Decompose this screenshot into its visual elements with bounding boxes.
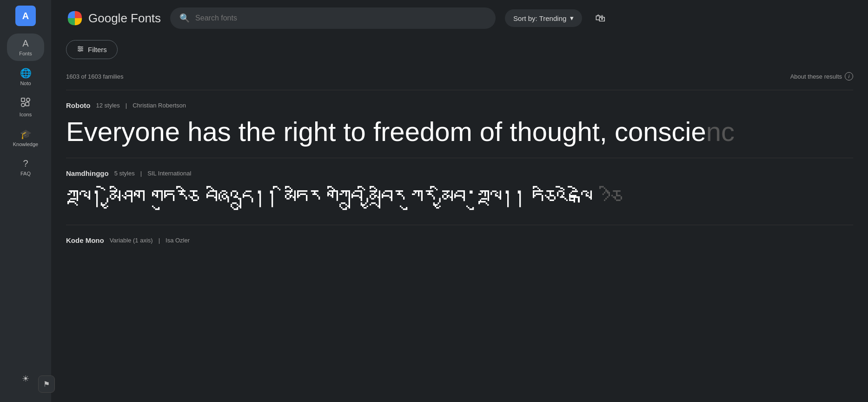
font-styles-roboto: 12 styles [96, 102, 119, 109]
font-name-roboto: Roboto [66, 101, 90, 109]
logo-area[interactable]: Google Fonts [66, 9, 161, 27]
font-author-namdhinggo: SIL International [147, 170, 191, 177]
sidebar-item-knowledge[interactable]: 🎓 Knowledge [7, 124, 44, 152]
font-meta-namdhinggo: Namdhinggo 5 styles | SIL International [66, 169, 853, 177]
filters-bar: Filters [51, 36, 868, 67]
cart-button[interactable]: 🛍 [591, 8, 609, 28]
results-count: 1603 of 1603 families [66, 73, 124, 80]
sidebar-item-icons[interactable]: Icons [7, 93, 44, 122]
feedback-icon: ⚑ [43, 380, 50, 388]
theme-toggle-button[interactable]: ☀ [15, 368, 36, 389]
filters-icon [77, 45, 84, 54]
svg-rect-0 [21, 98, 25, 101]
avatar[interactable]: A [15, 6, 36, 26]
filters-label: Filters [88, 46, 107, 54]
font-author-kode-mono: Isa Ozler [166, 237, 190, 244]
svg-point-8 [81, 48, 82, 49]
font-author-roboto: Christian Robertson [133, 102, 186, 109]
logo-text: Google Fonts [88, 11, 161, 26]
sidebar: A A Fonts 🌐 Noto Icons 🎓 Knowledge ? FAQ… [0, 0, 51, 402]
svg-rect-3 [26, 102, 29, 106]
sidebar-item-noto[interactable]: 🌐 Noto [7, 63, 44, 91]
font-divider-roboto: | [126, 102, 127, 109]
svg-point-7 [79, 46, 80, 47]
info-icon: i [845, 72, 853, 80]
icons-icon [20, 97, 31, 110]
sidebar-bottom: ☀ [15, 368, 36, 396]
sidebar-label-noto: Noto [20, 80, 31, 86]
sidebar-label-knowledge: Knowledge [13, 141, 38, 147]
font-name-kode-mono: Kode Mono [66, 236, 104, 244]
font-name-namdhinggo: Namdhinggo [66, 169, 109, 177]
font-card-namdhinggo[interactable]: Namdhinggo 5 styles | SIL International … [66, 158, 853, 225]
about-results-text: About these results [790, 73, 842, 80]
results-header: 1603 of 1603 families About these result… [66, 67, 853, 90]
font-preview-roboto: Everyone has the right to freedom of tho… [66, 117, 853, 147]
font-preview-namdhinggo: ཀལྔ། མྱེཤིག གཏུརཅི བཞིའདྲུ།། མིཏིར གཀིབྲ… [66, 185, 853, 214]
filters-button[interactable]: Filters [66, 40, 118, 59]
sort-label: Sort by: Trending [513, 14, 566, 22]
sidebar-label-fonts: Fonts [19, 51, 32, 56]
search-bar: 🔍 [170, 7, 496, 29]
font-meta-kode-mono: Kode Mono Variable (1 axis) | Isa Ozler [66, 236, 853, 244]
font-divider-kode-mono: | [159, 237, 160, 244]
about-results-button[interactable]: About these results i [790, 72, 853, 80]
sort-dropdown-button[interactable]: Sort by: Trending ▾ [505, 9, 582, 27]
knowledge-icon: 🎓 [20, 128, 32, 140]
font-card-kode-mono[interactable]: Kode Mono Variable (1 axis) | Isa Ozler [66, 225, 853, 263]
font-meta-roboto: Roboto 12 styles | Christian Robertson [66, 101, 853, 109]
faq-icon: ? [23, 158, 28, 169]
font-divider-namdhinggo: | [140, 170, 142, 177]
google-fonts-logo-icon [66, 9, 84, 27]
svg-point-2 [21, 103, 25, 107]
font-styles-kode-mono: Variable (1 axis) [110, 237, 153, 244]
svg-point-1 [27, 98, 30, 101]
header: Google Fonts 🔍 Sort by: Trending ▾ 🛍 [51, 0, 868, 36]
sidebar-item-faq[interactable]: ? FAQ [7, 154, 44, 181]
theme-icon: ☀ [22, 374, 29, 384]
feedback-button[interactable]: ⚑ [38, 375, 55, 393]
noto-icon: 🌐 [20, 67, 32, 79]
font-card-roboto[interactable]: Roboto 12 styles | Christian Robertson E… [66, 90, 853, 158]
fonts-list: 1603 of 1603 families About these result… [51, 67, 868, 402]
sidebar-label-faq: FAQ [20, 171, 31, 176]
font-styles-namdhinggo: 5 styles [114, 170, 135, 177]
search-input[interactable] [195, 14, 486, 22]
fonts-icon: A [22, 38, 28, 49]
main-content: Google Fonts 🔍 Sort by: Trending ▾ 🛍 [51, 0, 868, 402]
svg-point-9 [79, 50, 80, 51]
sidebar-item-fonts[interactable]: A Fonts [7, 34, 44, 61]
sidebar-label-icons: Icons [20, 112, 32, 117]
search-icon: 🔍 [179, 13, 190, 23]
chevron-down-icon: ▾ [570, 14, 574, 22]
